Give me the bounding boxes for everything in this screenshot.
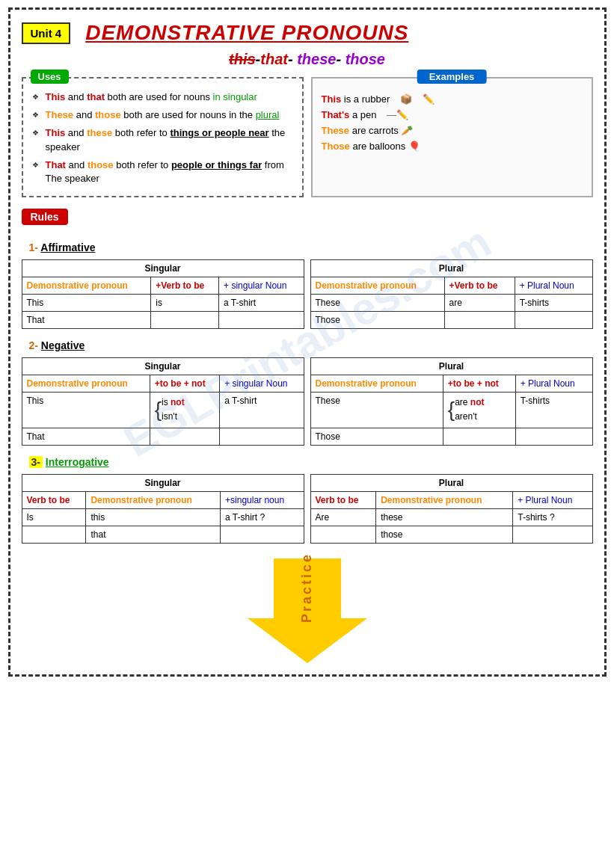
int-sing-header: Singular [22, 474, 304, 491]
interrogative-plural-table: Plural Verb to be Demonstrative pronoun … [310, 474, 593, 544]
int-p-empty2 [513, 526, 592, 543]
examples-box: Examples This is a rubber 📦 ✏️ That's a … [311, 77, 593, 197]
uses-that: that [87, 91, 105, 102]
aff-plur-col3: + Plural Noun [515, 277, 592, 295]
aff-p-are: are [444, 295, 515, 312]
subtitle-those: those [346, 51, 385, 67]
int-s-this: this [86, 508, 221, 526]
aff-p-empty1 [444, 312, 515, 329]
aff-p-those: Those [310, 312, 444, 329]
uses-near: things or people near [170, 127, 268, 138]
uses-item-1: This and that both are used for nouns in… [32, 90, 293, 104]
aff-plur-col1: Demonstrative pronoun [310, 277, 444, 295]
neg-p-arenot: { are not aren't [443, 393, 515, 428]
table-row: This { is not isn't a T-shirt [22, 393, 304, 428]
aff-sing-col2: +Verb to be [151, 277, 219, 295]
uses-those: those [95, 109, 121, 120]
int-plur-col1: Verb to be [310, 491, 376, 508]
examples-list: This is a rubber 📦 ✏️ That's a pen —✏️ T… [322, 93, 583, 152]
arrow-body: Practice [274, 558, 341, 618]
negative-tables: Singular Demonstrative pronoun +to be + … [22, 357, 593, 445]
uses-item-4: That and those both refer to people or t… [32, 158, 293, 185]
int-p-these: these [376, 508, 513, 526]
main-page: EGLPrintables.com Unit 4 DEMONSTRATIVE P… [8, 7, 607, 677]
practice-arrow: Practice [248, 558, 367, 663]
affirmative-singular-table: Singular Demonstrative pronoun +Verb to … [22, 259, 304, 329]
aff-sing-col1: Demonstrative pronoun [22, 277, 151, 295]
interrogative-tables: Singular Verb to be Demonstrative pronou… [22, 474, 593, 544]
interrogative-singular-table: Singular Verb to be Demonstrative pronou… [22, 474, 304, 544]
int-sing-col2: Demonstrative pronoun [86, 491, 221, 508]
main-title: DEMONSTRATIVE PRONOUNS [85, 21, 408, 45]
aff-p-tshirts: T-shirts [515, 295, 592, 312]
arrow-head [248, 618, 367, 663]
aff-plur-header: Plural [310, 260, 592, 277]
neg-p-those: Those [310, 428, 443, 445]
aff-s-this: This [22, 295, 151, 312]
int-plur-header: Plural [310, 474, 592, 491]
neg-plur-col2: +to be + not [443, 375, 515, 393]
affirmative-plural-table: Plural Demonstrative pronoun +Verb to be… [310, 259, 593, 329]
uses-label: Uses [31, 70, 69, 84]
table-row: Those [310, 312, 592, 329]
negative-title: 2- Negative [29, 339, 593, 351]
int-s-is: Is [22, 508, 86, 526]
aff-num: 1- [29, 241, 38, 253]
table-row: That [22, 312, 304, 329]
aff-p-empty2 [515, 312, 592, 329]
neg-s-isnot: { is not isn't [150, 393, 219, 428]
example-3: These are carrots 🥕 [322, 125, 583, 136]
int-plur-col3: + Plural Noun [513, 491, 592, 508]
neg-plur-col1: Demonstrative pronoun [310, 375, 443, 393]
neg-arent: aren't [455, 410, 484, 424]
uses-list: This and that both are used for nouns in… [32, 90, 293, 185]
subtitle-these: these [297, 51, 336, 67]
neg-s-empty [150, 428, 219, 445]
practice-label: Practice [299, 552, 315, 623]
uses-this2: This [46, 127, 66, 138]
neg-plur-header: Plural [310, 358, 592, 375]
uses-item-2: These and those both are used for nouns … [32, 108, 293, 122]
int-sing-col3: +singular noun [221, 491, 304, 508]
neg-p-empty [443, 428, 515, 445]
table-row: These are T-shirts [310, 295, 592, 312]
table-row: Those [310, 428, 592, 445]
example-2: That's a pen —✏️ [322, 109, 583, 120]
ex-thats: That's [322, 109, 350, 120]
example-1: This is a rubber 📦 ✏️ [322, 93, 583, 105]
table-row: Is this a T-shirt ? [22, 508, 304, 526]
aff-text: Affirmative [40, 241, 95, 253]
aff-sing-header: Singular [22, 260, 304, 277]
neg-sing-header: Singular [22, 358, 304, 375]
int-num: 3- [29, 456, 43, 468]
rules-section: Rules [22, 209, 593, 234]
aff-sing-col3: + singular Noun [219, 277, 304, 295]
neg-are-not: are not [455, 395, 484, 410]
unit-badge: Unit 4 [22, 22, 71, 44]
subtitle-dash3: - [336, 51, 345, 67]
aff-s-empty2 [219, 312, 304, 329]
ex-these: These [322, 125, 350, 136]
examples-label: Examples [417, 70, 487, 84]
int-p-empty [310, 526, 376, 543]
table-row: Are these T-shirts ? [310, 508, 592, 526]
table-row: That [22, 428, 304, 445]
uses-those2: those [88, 159, 114, 170]
table-row: that [22, 526, 304, 543]
neg-is-not: is not [162, 395, 185, 410]
interrogative-title: 3- Interrogative [29, 456, 593, 468]
aff-s-is: is [151, 295, 219, 312]
neg-p-empty2 [515, 428, 592, 445]
uses-box: Uses This and that both are used for nou… [22, 77, 304, 197]
subtitle-this: this [229, 51, 256, 67]
subtitle-dash2: - [288, 51, 297, 67]
int-plur-col2: Demonstrative pronoun [376, 491, 513, 508]
uses-this: This [46, 91, 66, 102]
neg-s-that: That [22, 428, 150, 445]
int-s-empty [22, 526, 86, 543]
neg-s-tshirt: a T-shirt [220, 393, 304, 428]
aff-p-these: These [310, 295, 444, 312]
int-s-tshirt: a T-shirt ? [221, 508, 304, 526]
neg-s-this: This [22, 393, 150, 428]
int-p-are: Are [310, 508, 376, 526]
